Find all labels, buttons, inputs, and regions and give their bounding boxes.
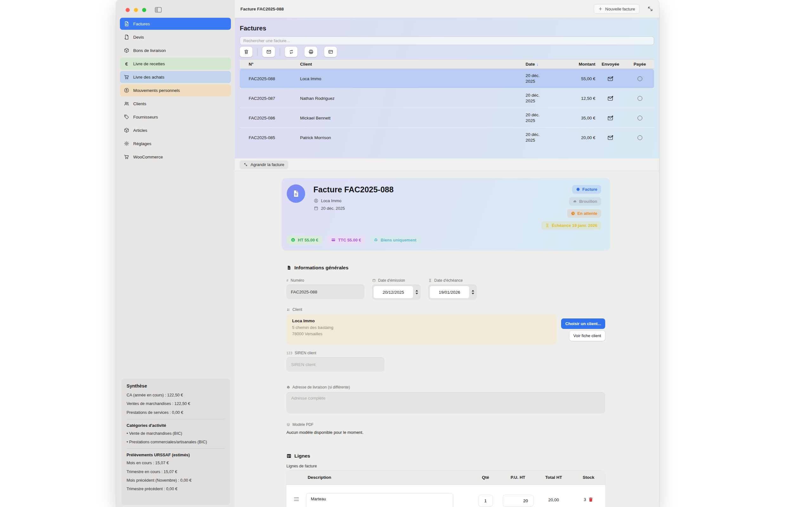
send-email-button[interactable]: [262, 47, 275, 57]
section-heading: Informations générales: [294, 265, 349, 271]
emission-date-value[interactable]: 20/12/2025: [374, 286, 413, 298]
sidebar-item-factures[interactable]: Factures: [120, 18, 231, 30]
sidebar-item-woocommerce[interactable]: WooCommerce: [120, 151, 231, 163]
section-lignes: Lignes: [287, 453, 605, 459]
search-input[interactable]: [240, 37, 654, 45]
main-area: Facture FAC2025-088 Nouvelle facture Fac…: [235, 0, 659, 507]
line-description-textarea[interactable]: [306, 493, 453, 507]
amount-badge-label: TTC 55.00 €: [338, 238, 361, 242]
toolbar-divider: [280, 49, 280, 55]
stepper-down-icon[interactable]: [472, 293, 474, 294]
echeance-date-field[interactable]: 19/01/2026: [428, 285, 477, 300]
synthese-title: Synthèse: [126, 383, 225, 389]
delete-invoice-button[interactable]: [240, 47, 252, 57]
seal-icon: [576, 187, 580, 191]
minimize-window-button[interactable]: [134, 8, 138, 12]
col-header-num[interactable]: N°: [240, 62, 299, 66]
sidebar-item-articles[interactable]: Articles: [120, 124, 231, 136]
date-stepper[interactable]: [471, 290, 475, 294]
line-pu-input[interactable]: [503, 495, 533, 506]
delete-line-trash-icon[interactable]: [588, 497, 594, 502]
layers-icon: [287, 423, 290, 427]
delivery-address-label: Adresse de livraison (si différente): [287, 385, 605, 389]
sidebar-item-label: Fournisseurs: [133, 115, 158, 119]
hourglass-icon: [545, 223, 549, 228]
sidebar-item-livre-des-achats[interactable]: Livre des achats: [120, 71, 231, 83]
stepper-down-icon[interactable]: [415, 293, 418, 294]
sidebar-item-bons-de-livraison[interactable]: Bons de livraison: [120, 44, 231, 56]
sidebar-item-label: Clients: [133, 101, 146, 106]
sidebar-item-fournisseurs[interactable]: Fournisseurs: [120, 111, 231, 123]
cart-icon: [124, 154, 130, 160]
stepper-up-icon[interactable]: [415, 290, 418, 291]
print-button[interactable]: [305, 47, 317, 57]
trash-icon: [244, 49, 249, 55]
echeance-date-value[interactable]: 19/01/2026: [430, 286, 469, 298]
expand-invoice-button[interactable]: Agrandir la facture: [240, 161, 288, 169]
siren-input[interactable]: [287, 357, 385, 372]
zoom-window-button[interactable]: [142, 8, 146, 12]
col-header-date-label: Date: [525, 62, 535, 66]
view-client-button[interactable]: Voir fiche client: [569, 331, 605, 341]
sidebar-item-label: Livre des achats: [133, 75, 164, 79]
amount-badge-ht: € HT 55.00 €: [287, 235, 322, 244]
numbers-123-icon: 123: [287, 351, 293, 355]
unpaid-circle-icon[interactable]: [638, 96, 642, 101]
convert-invoice-button[interactable]: [285, 47, 298, 57]
col-header-date[interactable]: Date ↓: [518, 62, 559, 66]
status-badge-facture: Facture: [572, 185, 601, 193]
numero-label: # Numéro: [287, 278, 364, 283]
invoice-title: Facture FAC2025-088: [313, 185, 394, 194]
sidebar: Factures Devis Bons de livraison € Livre…: [116, 0, 235, 507]
document-icon: [124, 21, 130, 26]
unpaid-circle-icon[interactable]: [638, 116, 642, 120]
table-row[interactable]: FAC2025-088 Loca Immo 20 déc. 2025 55,00…: [240, 69, 654, 89]
status-badge-label: Échéance 19 janv. 2026: [552, 223, 597, 228]
stepper-up-icon[interactable]: [472, 290, 474, 291]
table-row[interactable]: FAC2025-087 Nathan Rodriguez 20 déc. 202…: [240, 89, 654, 108]
unpaid-circle-icon[interactable]: [638, 76, 642, 81]
date-stepper[interactable]: [415, 290, 419, 294]
synthese-cat2: • Prestations commerciales/artisanales (…: [126, 439, 225, 445]
emission-date-field[interactable]: 20/12/2025: [372, 285, 420, 300]
choose-client-button[interactable]: Choisir un client...: [561, 319, 605, 329]
repeat-icon: [289, 49, 294, 55]
drag-handle-icon[interactable]: [287, 498, 306, 501]
box-icon: [124, 127, 130, 133]
table-row[interactable]: FAC2025-086 Mickael Bennett 20 déc. 2025…: [240, 108, 654, 128]
sidebar-item-livre-de-recettes[interactable]: € Livre de recettes: [120, 58, 231, 70]
col-header-paid[interactable]: Payée: [625, 62, 654, 66]
payment-button[interactable]: [324, 47, 337, 57]
transfer-circle-icon: [124, 88, 130, 93]
synthese-cat1: • Vente de marchandises (BIC): [126, 431, 225, 436]
line-qty-input[interactable]: [478, 495, 493, 506]
close-window-button[interactable]: [125, 8, 130, 12]
sidebar-item-reglages[interactable]: Réglages: [120, 137, 231, 150]
sidebar-item-mouvements-personnels[interactable]: Mouvements personnels: [120, 84, 231, 96]
status-badge-en-attente: En attente: [567, 209, 601, 218]
line-stock: 3: [583, 497, 586, 502]
table-row[interactable]: FAC2025-085 Patrick Morrison 20 déc. 202…: [240, 128, 654, 147]
unpaid-circle-icon[interactable]: [638, 135, 642, 140]
col-header-sent[interactable]: Envoyée: [595, 62, 625, 66]
sidebar-item-devis[interactable]: Devis: [120, 31, 231, 43]
delivery-address-textarea[interactable]: [287, 392, 605, 413]
sidebar-item-label: WooCommerce: [133, 155, 163, 159]
new-invoice-button[interactable]: Nouvelle facture: [594, 4, 640, 14]
type-badge-goods: Biens uniquement: [369, 235, 420, 244]
cell-amount: 35,00 €: [559, 116, 595, 120]
sidebar-toggle-icon[interactable]: [154, 6, 162, 14]
sort-descending-icon: ↓: [537, 62, 539, 66]
synthese-mois: Mois en cours : 15,07 €: [126, 460, 225, 465]
numero-input[interactable]: [287, 285, 364, 299]
col-header-client[interactable]: Client: [299, 62, 518, 66]
col-header-amount[interactable]: Montant: [559, 62, 595, 66]
line-item-row: 20,00 3: [287, 485, 605, 507]
sidebar-item-clients[interactable]: Clients: [120, 98, 231, 110]
section-heading: Lignes: [294, 453, 310, 459]
expand-window-icon[interactable]: [647, 6, 653, 12]
synthese-urssaf-title: Prélèvements URSSAF (estimés): [126, 452, 225, 457]
cell-date: 20 déc. 2025: [525, 73, 550, 84]
document-icon: [287, 265, 292, 270]
status-badge-label: Brouillon: [579, 199, 597, 204]
